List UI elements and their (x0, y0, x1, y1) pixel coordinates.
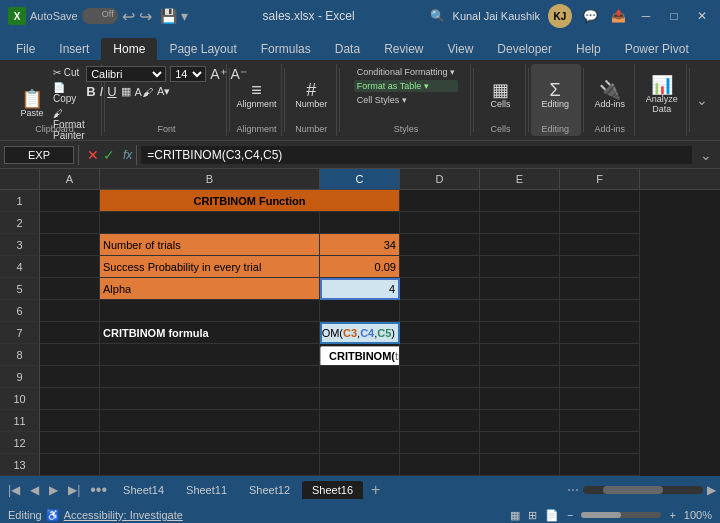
more-tools[interactable]: ▾ (181, 8, 188, 24)
maximize-btn[interactable]: □ (664, 6, 684, 26)
sheet-ellipsis[interactable]: ••• (86, 481, 111, 499)
fill-color-btn[interactable]: A🖌 (135, 86, 153, 98)
row-header-4[interactable]: 4 (0, 256, 40, 278)
sheet-nav-last[interactable]: ▶| (64, 483, 84, 497)
tab-home[interactable]: Home (101, 38, 157, 60)
cell-b4[interactable]: Success Probability in every trial (100, 256, 320, 278)
cell-b11[interactable] (100, 410, 320, 432)
formula-enter-icon[interactable]: ✓ (103, 147, 115, 163)
user-avatar[interactable]: KJ (548, 4, 572, 28)
cell-a8[interactable] (40, 344, 100, 366)
font-inc-btn[interactable]: A⁺ (210, 66, 226, 82)
col-header-f[interactable]: F (560, 169, 640, 189)
cell-f11[interactable] (560, 410, 640, 432)
row-header-8[interactable]: 8 (0, 344, 40, 366)
formula-input[interactable] (141, 146, 692, 164)
cell-a4[interactable] (40, 256, 100, 278)
cell-d10[interactable] (400, 388, 480, 410)
cell-b5[interactable]: Alpha (100, 278, 320, 300)
tab-view[interactable]: View (436, 38, 486, 60)
cell-b3[interactable]: Number of trials (100, 234, 320, 256)
cell-e7[interactable] (480, 322, 560, 344)
cell-c10[interactable] (320, 388, 400, 410)
cell-b10[interactable] (100, 388, 320, 410)
minimize-btn[interactable]: ─ (636, 6, 656, 26)
underline-btn[interactable]: U (107, 84, 116, 99)
sheet-tab-16[interactable]: Sheet16 (302, 481, 363, 499)
row-header-1[interactable]: 1 (0, 190, 40, 212)
view-normal-btn[interactable]: ▦ (510, 509, 520, 522)
cell-f5[interactable] (560, 278, 640, 300)
italic-btn[interactable]: I (100, 84, 104, 99)
cell-a7[interactable] (40, 322, 100, 344)
col-header-c[interactable]: C (320, 169, 400, 189)
cell-b13[interactable] (100, 454, 320, 476)
tab-file[interactable]: File (4, 38, 47, 60)
cell-e1[interactable] (480, 190, 560, 212)
addins-btn[interactable]: 🔌 Add-ins (590, 66, 630, 124)
cell-f3[interactable] (560, 234, 640, 256)
undo-btn[interactable]: ↩ (122, 7, 135, 26)
tab-insert[interactable]: Insert (47, 38, 101, 60)
cell-f13[interactable] (560, 454, 640, 476)
col-header-d[interactable]: D (400, 169, 480, 189)
expand-icon[interactable]: ⌄ (696, 92, 708, 108)
cell-d9[interactable] (400, 366, 480, 388)
cell-a5[interactable] (40, 278, 100, 300)
tab-review[interactable]: Review (372, 38, 435, 60)
tab-developer[interactable]: Developer (485, 38, 564, 60)
cell-f10[interactable] (560, 388, 640, 410)
cell-f6[interactable] (560, 300, 640, 322)
horizontal-scrollbar[interactable] (583, 486, 703, 494)
redo-btn[interactable]: ↪ (139, 7, 152, 26)
col-header-e[interactable]: E (480, 169, 560, 189)
font-size-select[interactable]: 14 (170, 66, 206, 82)
cell-a2[interactable] (40, 212, 100, 234)
cell-d6[interactable] (400, 300, 480, 322)
zoom-out-btn[interactable]: − (567, 509, 573, 521)
cell-c7-formula[interactable]: =CRITBINOM(C3,C4,C5) (320, 322, 400, 344)
formula-expand-btn[interactable]: ⌄ (696, 147, 716, 163)
cell-b7[interactable]: CRITBINOM formula (100, 322, 320, 344)
cell-f4[interactable] (560, 256, 640, 278)
view-page-break-btn[interactable]: ⊞ (528, 509, 537, 522)
font-name-select[interactable]: Calibri (86, 66, 166, 82)
cell-b8[interactable] (100, 344, 320, 366)
add-sheet-btn[interactable]: + (365, 481, 386, 499)
cell-styles-btn[interactable]: Cell Styles ▾ (354, 94, 458, 106)
cell-d1[interactable] (400, 190, 480, 212)
cell-f2[interactable] (560, 212, 640, 234)
cell-a11[interactable] (40, 410, 100, 432)
cell-b1[interactable]: CRITBINOM Function (100, 190, 400, 212)
cell-e11[interactable] (480, 410, 560, 432)
cell-c11[interactable] (320, 410, 400, 432)
cell-b9[interactable] (100, 366, 320, 388)
border-btn[interactable]: ▦ (121, 85, 131, 98)
cell-a6[interactable] (40, 300, 100, 322)
formula-cancel-icon[interactable]: ✕ (87, 147, 99, 163)
cell-d4[interactable] (400, 256, 480, 278)
cell-b6[interactable] (100, 300, 320, 322)
cell-e8[interactable] (480, 344, 560, 366)
row-header-13[interactable]: 13 (0, 454, 40, 476)
cell-a9[interactable] (40, 366, 100, 388)
sheet-tab-11[interactable]: Sheet11 (176, 481, 237, 499)
cell-b12[interactable] (100, 432, 320, 454)
view-page-layout-btn[interactable]: 📄 (545, 509, 559, 522)
cell-b2[interactable] (100, 212, 320, 234)
tab-data[interactable]: Data (323, 38, 372, 60)
zoom-slider[interactable] (581, 512, 661, 518)
cell-c13[interactable] (320, 454, 400, 476)
cell-c5[interactable]: 4 (320, 278, 400, 300)
cell-f8[interactable] (560, 344, 640, 366)
paste-btn[interactable]: 📋 Paste (16, 88, 48, 120)
row-header-12[interactable]: 12 (0, 432, 40, 454)
cell-f12[interactable] (560, 432, 640, 454)
sheet-tab-12[interactable]: Sheet12 (239, 481, 300, 499)
sheet-tab-14[interactable]: Sheet14 (113, 481, 174, 499)
cell-c9[interactable] (320, 366, 400, 388)
share-btn[interactable]: 📤 (608, 6, 628, 26)
editing-btn[interactable]: Σ Editing (535, 66, 575, 124)
cell-a13[interactable] (40, 454, 100, 476)
tab-help[interactable]: Help (564, 38, 613, 60)
